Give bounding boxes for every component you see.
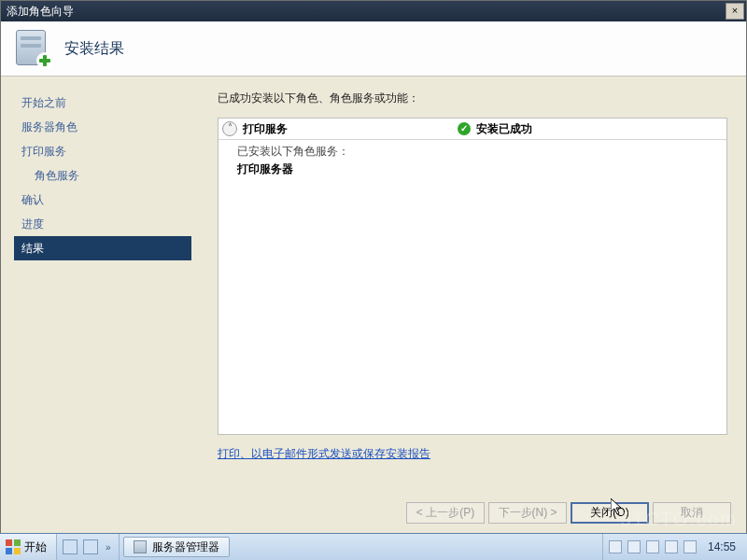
installed-services-label: 已安装以下角色服务： — [237, 144, 719, 160]
window-close-button[interactable]: × — [726, 3, 744, 20]
window-title: 添加角色向导 — [7, 4, 726, 20]
quick-launch-desktop-icon[interactable] — [63, 539, 78, 554]
wizard-window: 添加角色向导 × 安装结果 开始之前 服务器角色 打印服务 角色服务 确认 进度… — [0, 0, 747, 534]
quick-launch-app-icon[interactable] — [83, 539, 98, 554]
result-intro-text: 已成功安装以下角色、角色服务或功能： — [218, 91, 727, 106]
tray-icon-2[interactable] — [627, 540, 641, 553]
start-button[interactable]: 开始 — [0, 534, 57, 560]
role-name: 打印服务 — [243, 121, 458, 137]
role-header-row[interactable]: ˄ 打印服务 ✓ 安装已成功 — [218, 119, 726, 140]
tray-icon-1[interactable] — [609, 540, 622, 553]
step-before-begin[interactable]: 开始之前 — [14, 91, 191, 115]
role-status-text: 安装已成功 — [476, 121, 532, 137]
server-manager-icon — [134, 540, 147, 553]
back-button: < 上一步(P) — [406, 502, 485, 524]
role-body: 已安装以下角色服务： 打印服务器 — [218, 140, 726, 181]
close-button[interactable]: 关闭(O) — [571, 502, 649, 524]
step-progress[interactable]: 进度 — [14, 212, 191, 236]
next-button: 下一步(N) > — [488, 502, 567, 524]
wizard-button-row: < 上一步(P) 下一步(N) > 关闭(O) 取消 — [406, 502, 731, 524]
tray-icon-4[interactable] — [665, 540, 678, 553]
cancel-button: 取消 — [653, 502, 731, 524]
result-panel: ˄ 打印服务 ✓ 安装已成功 已安装以下角色服务： 打印服务器 — [218, 118, 727, 435]
installed-service-name: 打印服务器 — [237, 161, 719, 177]
role-status: ✓ 安装已成功 — [458, 121, 532, 137]
taskbar-clock[interactable]: 14:55 — [702, 540, 741, 553]
tray-icon-5[interactable] — [684, 540, 697, 553]
wizard-header: 安装结果 — [1, 21, 746, 77]
installation-report-link[interactable]: 打印、以电子邮件形式发送或保存安装报告 — [218, 446, 430, 462]
step-server-roles[interactable]: 服务器角色 — [14, 115, 191, 139]
wizard-content: 已成功安装以下角色、角色服务或功能： ˄ 打印服务 ✓ 安装已成功 已安装以下角… — [218, 91, 727, 483]
system-tray: 14:55 — [602, 534, 747, 560]
success-icon: ✓ — [458, 122, 471, 135]
start-label: 开始 — [24, 539, 47, 555]
wizard-steps-nav: 开始之前 服务器角色 打印服务 角色服务 确认 进度 结果 — [14, 91, 191, 260]
titlebar: 添加角色向导 × — [1, 1, 746, 21]
taskbar-task-server-manager[interactable]: 服务器管理器 — [123, 537, 230, 557]
step-confirm[interactable]: 确认 — [14, 188, 191, 212]
task-label: 服务器管理器 — [152, 539, 219, 555]
step-role-services[interactable]: 角色服务 — [14, 163, 191, 188]
wizard-heading: 安装结果 — [64, 39, 124, 59]
windows-logo-icon — [6, 539, 21, 554]
taskbar: 开始 » 服务器管理器 14:55 — [0, 533, 747, 560]
quick-launch: » — [57, 534, 120, 560]
wizard-header-icon — [14, 30, 51, 67]
quick-launch-more-icon[interactable]: » — [104, 542, 113, 553]
tray-icon-3[interactable] — [646, 540, 659, 553]
step-print-services[interactable]: 打印服务 — [14, 139, 191, 163]
collapse-icon[interactable]: ˄ — [222, 121, 237, 136]
step-results[interactable]: 结果 — [14, 236, 191, 260]
